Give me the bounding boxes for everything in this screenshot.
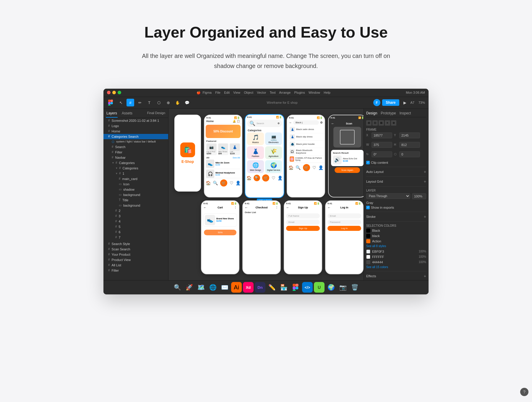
frame-tool-icon[interactable]: # [126,99,134,106]
login-btn[interactable]: Log In [327,226,361,231]
search-query-bar[interactable]: Black | [293,120,319,125]
search-back-icon[interactable]: ← [289,121,292,124]
layer-background[interactable]: ▭ background [103,192,168,197]
layer-item-1[interactable]: ▼ # 1 [103,171,168,176]
login-email-input[interactable]: Email [327,213,361,218]
stroke-add-icon[interactable]: + [424,214,426,219]
layer-filter[interactable]: # Filter [103,150,168,155]
tab-assets[interactable]: Assets [121,110,133,118]
frame-x-input[interactable] [372,132,392,138]
search-filter-btn[interactable]: ⚙ [320,121,323,124]
clip-checkbox[interactable]: ✓ [366,161,370,164]
checkout-menu-icon[interactable]: ⋮ [275,206,278,210]
auto-layout-add-icon[interactable]: + [424,169,426,174]
layer-search-style[interactable]: # Search Style [103,241,168,247]
login-pass-input[interactable]: Password [327,220,361,225]
pen-tool-icon[interactable]: ✏ [136,99,144,106]
see-all-8-styles[interactable]: See all 8 styles [366,244,426,248]
dock-dn[interactable]: Dn [255,282,265,293]
blend-mode-select[interactable]: Pass Through Normal Multiply [366,193,410,199]
dock-upwork[interactable]: U [314,282,325,293]
layer-screenshot[interactable]: # Screenshot 2020-11-02 at 3:84 1 [103,118,168,123]
signup-email-input[interactable]: Email [286,220,320,225]
cart-back-icon[interactable]: ← [203,206,207,209]
checkout-back-icon[interactable]: ← [245,206,248,209]
signup-back-icon[interactable]: ← [286,206,289,209]
dock-safari[interactable]: 🌐 [207,282,218,293]
frame-y-input[interactable] [399,132,420,138]
dock-appstore[interactable]: 🏪 [278,282,289,293]
cart-checkout-btn[interactable]: 50% [204,230,236,235]
move-tool-icon[interactable]: ↖ [117,99,125,106]
layer-item-3[interactable]: # 3 [103,213,168,219]
login-back-icon[interactable]: ← [327,206,331,209]
dock-chrome[interactable]: 🌍 [326,282,336,293]
tab-prototype[interactable]: Prototype [381,111,396,115]
shape-tool-icon[interactable]: ⬡ [155,99,163,106]
frame-w-input[interactable] [372,142,392,148]
layout-grid-add-icon[interactable]: + [424,179,426,184]
align-center-icon[interactable]: ⊟ [372,120,378,126]
dock-ai[interactable]: Ai [231,282,242,293]
layer-item-5[interactable]: # 5 [103,224,168,229]
layer-product-view[interactable]: # Product View [103,257,168,262]
signup-btn[interactable]: Sign Up [286,226,320,231]
layer-your-product[interactable]: # Your Product [103,252,168,257]
mac-zoom-dot[interactable] [118,91,121,94]
layer-item-4[interactable]: # 4 [103,219,168,224]
layer-logo[interactable]: # Logo [103,123,168,129]
layer-search[interactable]: # Search [103,144,168,150]
comment-tool-icon[interactable]: 💬 [183,99,191,106]
share-button[interactable]: Share [382,99,399,106]
cat-search-bar[interactable]: 🔍 Search ⚙ [247,120,282,127]
layer-status-bar[interactable]: ⬡ system / light / status bar / default [103,139,168,144]
dock-photos[interactable]: 📷 [338,282,348,293]
play-button[interactable]: ▶ [401,99,409,106]
mac-minimize-dot[interactable] [112,91,116,94]
scan-again-btn[interactable]: Scan Again [335,167,360,173]
see-all-15-colors[interactable]: See all 15 colors [366,265,426,269]
dock-figma[interactable] [290,282,301,293]
layer-title-text[interactable]: T Title [103,197,168,203]
layer-filter-bottom[interactable]: # Filter [103,268,168,273]
hand-tool-icon[interactable]: ✋ [174,99,181,106]
layer-icon-item[interactable]: ▭ Icon [103,181,168,187]
dock-sketch[interactable]: ✏️ [267,282,277,293]
signup-name-input[interactable]: Full Name [286,213,320,218]
tab-design[interactable]: Design [366,111,377,115]
layer-main-card[interactable]: # main_card [103,176,168,181]
dock-mail[interactable]: ✉️ [219,282,230,293]
text-tool-icon[interactable]: T [145,99,153,106]
layer-item-7[interactable]: # 7 [103,235,168,240]
frame-corner-input[interactable] [399,151,420,157]
tab-layers[interactable]: Layers [106,110,118,118]
opacity-input[interactable] [412,193,426,199]
component-tool-icon[interactable]: ⊕ [164,99,172,106]
frame-rot-input[interactable] [372,151,392,157]
mac-close-dot[interactable] [107,91,111,94]
align-left-icon[interactable]: ⊞ [366,120,372,126]
dock-launchpad[interactable]: 🚀 [184,282,194,293]
layer-item-6[interactable]: # 6 [103,229,168,235]
figma-logo-icon[interactable] [107,99,114,106]
distribute-v-icon[interactable]: ⊕ [391,120,396,126]
layer-navbar[interactable]: # Navbar [103,155,168,160]
layer-shadow[interactable]: ▭ shadow [103,187,168,192]
dock-code[interactable]: </> [302,282,313,293]
align-right-icon[interactable]: ⊠ [379,120,384,126]
layer-background2[interactable]: ▭ background [103,203,168,208]
figma-canvas[interactable]: 🛍️ E-Shop 9:41 📶🔋 Home 🔔 📋 [168,109,364,280]
dock-maps[interactable]: 🗺️ [196,282,206,293]
layer-item-2[interactable]: # 2 [103,208,168,213]
dock-trash[interactable]: 🗑️ [349,282,360,293]
show-exports-checkbox[interactable]: ✓ [366,206,370,209]
tab-inspect[interactable]: Inspect [400,111,411,115]
scan-back-icon[interactable]: ← [331,121,335,126]
frame-h-input[interactable] [399,142,420,148]
distribute-h-icon[interactable]: ≡ [385,120,390,126]
layer-categories-group[interactable]: ▼ # Categories [103,160,168,166]
cart-menu-icon[interactable]: ⋮ [234,206,237,210]
dock-xd[interactable]: Xd [243,282,254,293]
effects-add-icon[interactable]: + [424,274,426,278]
layer-categories-inner[interactable]: ▼ # Categories [103,166,168,171]
